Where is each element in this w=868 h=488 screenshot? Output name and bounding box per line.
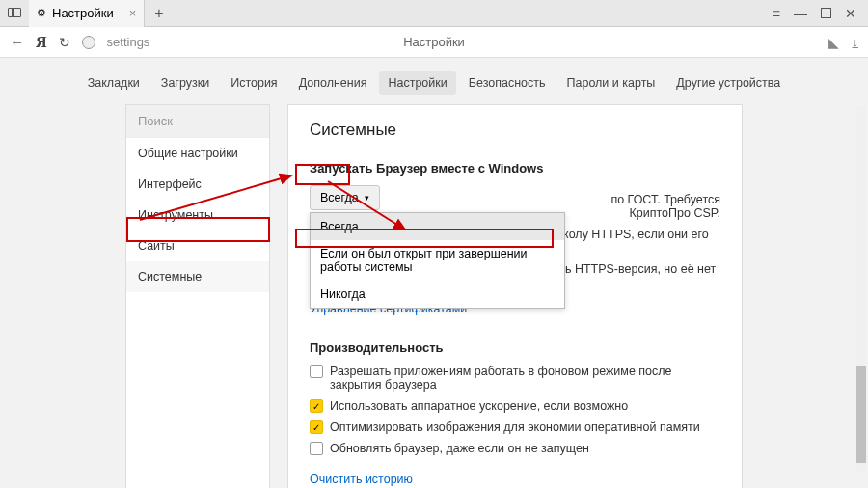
- check-label: Разрешать приложениям работать в фоновом…: [330, 365, 720, 392]
- nav-history[interactable]: История: [222, 71, 285, 95]
- dropdown-option-ifopen[interactable]: Если он был открыт при завершении работы…: [311, 240, 564, 281]
- nav-passwords[interactable]: Пароли и карты: [558, 71, 665, 95]
- section-startup-title: Запускать Браузер вместе с Windows: [310, 161, 720, 176]
- close-tab-icon[interactable]: ×: [129, 6, 137, 20]
- addressbar: ← Я ↻ settings Настройки ◣ ↓: [0, 27, 868, 58]
- nav-addons[interactable]: Дополнения: [290, 71, 376, 95]
- checkbox-checked-icon[interactable]: ✓: [310, 420, 323, 434]
- section-perf-title: Производительность: [310, 340, 720, 355]
- check-label: Использовать аппаратное ускорение, если …: [330, 399, 628, 413]
- check-label: Оптимизировать изображения для экономии …: [330, 420, 700, 434]
- settings-topnav: Закладки Загрузки История Дополнения Нас…: [0, 58, 868, 104]
- gear-icon: ⚙: [37, 7, 46, 19]
- sidebar-item-interface[interactable]: Интерфейс: [126, 169, 269, 200]
- back-icon[interactable]: ←: [10, 34, 24, 50]
- titlebar: ⚙ Настройки × + ≡ — ✕: [0, 0, 868, 27]
- dropdown-option-always[interactable]: Всегда: [311, 213, 564, 240]
- scrollbar-thumb[interactable]: [856, 366, 866, 463]
- nav-bookmarks[interactable]: Закладки: [79, 71, 149, 95]
- scrollbar-track[interactable]: [856, 106, 866, 473]
- menu-icon[interactable]: ≡: [773, 6, 780, 21]
- search-input[interactable]: Поиск: [126, 105, 269, 138]
- new-tab-button[interactable]: +: [145, 5, 173, 22]
- url-text[interactable]: settings: [107, 35, 150, 49]
- sidebar: Поиск Общие настройки Интерфейс Инструме…: [125, 104, 270, 488]
- check-bg-row[interactable]: Разрешать приложениям работать в фоновом…: [310, 365, 720, 392]
- check-label: Обновлять браузер, даже если он не запущ…: [330, 442, 589, 455]
- nav-devices[interactable]: Другие устройства: [667, 71, 789, 95]
- content-heading: Системные: [310, 121, 720, 140]
- link-clear-history[interactable]: Очистить историю: [310, 473, 720, 486]
- main-area: Поиск Общие настройки Интерфейс Инструме…: [0, 104, 868, 488]
- dropdown-selected: Всегда: [320, 191, 359, 204]
- browser-tab[interactable]: ⚙ Настройки ×: [29, 0, 145, 27]
- download-icon[interactable]: ↓: [853, 35, 859, 49]
- reload-icon[interactable]: ↻: [59, 35, 70, 50]
- minimize-icon[interactable]: —: [794, 6, 807, 21]
- chevron-down-icon: ▾: [365, 193, 369, 203]
- checkbox-icon[interactable]: [310, 442, 323, 455]
- sidebar-item-tools[interactable]: Инструменты: [126, 200, 269, 230]
- check-upd-row[interactable]: Обновлять браузер, даже если он не запущ…: [310, 442, 720, 455]
- sidebar-item-general[interactable]: Общие настройки: [126, 138, 269, 169]
- dropdown-option-never[interactable]: Никогда: [311, 281, 564, 308]
- tab-title: Настройки: [52, 6, 114, 20]
- yandex-home-icon[interactable]: Я: [36, 34, 47, 51]
- checkbox-checked-icon[interactable]: ✓: [310, 399, 323, 413]
- startup-dropdown[interactable]: Всегда ▾: [310, 185, 380, 210]
- check-hw-row[interactable]: ✓ Использовать аппаратное ускорение, есл…: [310, 399, 720, 413]
- bookmark-icon[interactable]: ◣: [828, 35, 839, 50]
- checkbox-icon[interactable]: [310, 365, 323, 378]
- sidebar-item-sites[interactable]: Сайты: [126, 230, 269, 261]
- sidebar-item-system[interactable]: Системные: [126, 261, 269, 292]
- startup-dropdown-menu: Всегда Если он был открыт при завершении…: [310, 212, 565, 309]
- page-title: Настройки: [403, 35, 465, 49]
- close-window-icon[interactable]: ✕: [845, 6, 856, 21]
- globe-icon: [82, 36, 95, 49]
- maximize-icon[interactable]: [821, 6, 831, 21]
- check-img-row[interactable]: ✓ Оптимизировать изображения для экономи…: [310, 420, 720, 434]
- content-panel: Системные Запускать Браузер вместе с Win…: [287, 104, 743, 488]
- panels-toggle[interactable]: [0, 6, 29, 20]
- nav-security[interactable]: Безопасность: [460, 71, 555, 95]
- nav-downloads[interactable]: Загрузки: [152, 71, 218, 95]
- nav-settings[interactable]: Настройки: [379, 71, 455, 95]
